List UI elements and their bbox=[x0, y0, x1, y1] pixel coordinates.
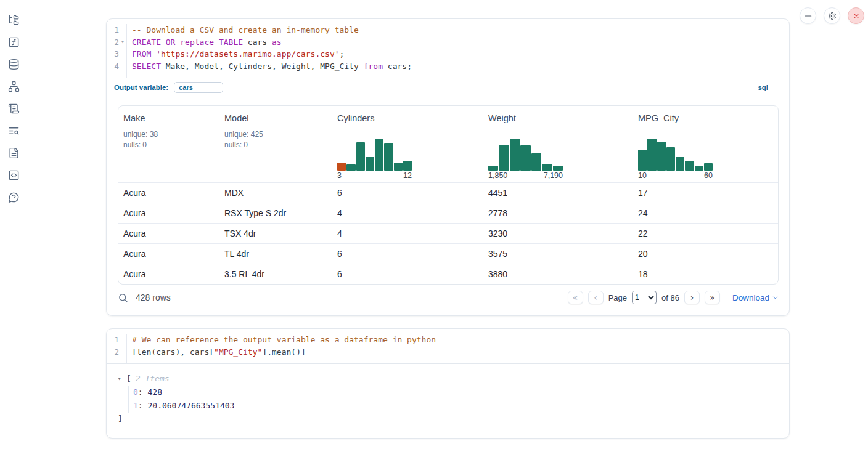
file-tree-icon[interactable] bbox=[6, 12, 21, 27]
table-row: AcuraMDX6445117 bbox=[118, 182, 778, 203]
help-bubble-icon[interactable] bbox=[6, 190, 21, 204]
next-page-button[interactable]: › bbox=[684, 291, 700, 304]
histogram-bar bbox=[695, 166, 703, 171]
table-cell: 3575 bbox=[483, 244, 633, 264]
column-header-weight[interactable]: Weight1,8507,190 bbox=[483, 106, 633, 182]
menu-button[interactable] bbox=[800, 7, 816, 24]
table-cell: TSX 4dr bbox=[219, 224, 332, 243]
collapse-chevron-icon[interactable]: ▾ bbox=[118, 376, 126, 382]
table-cell: 4 bbox=[332, 203, 483, 223]
database-icon[interactable] bbox=[6, 57, 21, 71]
column-stats: unique: 425nulls: 0 bbox=[224, 129, 332, 150]
histogram-bars bbox=[337, 137, 412, 171]
table-cell: MDX bbox=[219, 183, 332, 203]
list-search-icon[interactable] bbox=[6, 123, 21, 138]
column-header-cylinders[interactable]: Cylinders312 bbox=[332, 106, 483, 182]
table-header-row: Makeunique: 38nulls: 0Modelunique: 425nu… bbox=[118, 106, 778, 182]
table-footer: 428 rows « ‹ Page 1 of 86 › » Download bbox=[107, 285, 789, 304]
shutdown-button[interactable] bbox=[848, 7, 864, 24]
histogram-max-label: 7,190 bbox=[544, 171, 563, 180]
histogram-bar bbox=[666, 147, 675, 171]
column-header-model[interactable]: Modelunique: 425nulls: 0 bbox=[219, 106, 332, 182]
table-row: AcuraRSX Type S 2dr4277824 bbox=[118, 203, 778, 223]
line-number: 4 bbox=[107, 60, 126, 73]
column-histogram: 1060 bbox=[638, 137, 713, 180]
line-number: 2▾ bbox=[107, 36, 126, 49]
table-cell: TL 4dr bbox=[219, 244, 332, 264]
histogram-bar bbox=[647, 139, 656, 171]
histogram-min-label: 3 bbox=[337, 171, 342, 180]
line-number-text: 1 bbox=[107, 24, 119, 36]
prev-page-button[interactable]: ‹ bbox=[588, 291, 604, 304]
window-controls bbox=[800, 7, 864, 24]
column-stat-line: nulls: 0 bbox=[224, 140, 332, 150]
line-number-text: 1 bbox=[107, 334, 119, 346]
settings-button[interactable] bbox=[824, 7, 840, 24]
output-variable-input[interactable] bbox=[174, 82, 223, 93]
column-header-mpg_city[interactable]: MPG_City1060 bbox=[633, 106, 778, 182]
histogram-bar bbox=[384, 143, 393, 171]
language-tag: sql bbox=[758, 84, 768, 91]
code-token bbox=[214, 38, 219, 47]
item-index: 1 bbox=[133, 401, 138, 410]
dependency-graph-icon[interactable] bbox=[6, 79, 21, 94]
column-name: Weight bbox=[488, 113, 633, 123]
histogram-bar bbox=[337, 163, 346, 171]
table-cell: 3880 bbox=[483, 264, 633, 284]
code-token: # We can reference the output variable a… bbox=[132, 335, 436, 344]
table-cell: 4451 bbox=[483, 183, 633, 203]
histogram-bar bbox=[638, 150, 647, 171]
python-cell: 12 # We can reference the output variabl… bbox=[106, 328, 790, 439]
histogram-bar bbox=[510, 139, 520, 171]
last-page-button[interactable]: » bbox=[705, 291, 720, 304]
sql-code-lines[interactable]: -- Download a CSV and create an in-memor… bbox=[127, 24, 789, 78]
fold-chevron-icon[interactable]: ▾ bbox=[119, 36, 126, 49]
column-name: Cylinders bbox=[337, 113, 483, 123]
row-count: 428 rows bbox=[136, 293, 171, 302]
item-index: 0 bbox=[133, 387, 138, 397]
code-token: OR bbox=[166, 38, 176, 47]
table-cell: 24 bbox=[633, 203, 778, 223]
table-cell: 4 bbox=[332, 224, 483, 243]
python-code-editor[interactable]: 12 # We can reference the output variabl… bbox=[107, 329, 789, 364]
scroll-icon[interactable] bbox=[6, 101, 21, 116]
table-body: AcuraMDX6445117AcuraRSX Type S 2dr427782… bbox=[118, 182, 778, 284]
code-token: SELECT bbox=[132, 62, 161, 71]
code-token bbox=[161, 38, 166, 47]
histogram-bar bbox=[553, 166, 563, 171]
sql-code-editor[interactable]: 12▾34 -- Download a CSV and create an in… bbox=[107, 19, 789, 78]
table-output: Makeunique: 38nulls: 0Modelunique: 425nu… bbox=[107, 97, 789, 285]
code-line: # We can reference the output variable a… bbox=[132, 334, 789, 346]
column-stats: unique: 38nulls: 0 bbox=[123, 129, 219, 150]
line-number: 2 bbox=[107, 346, 126, 358]
code-token: TABLE bbox=[219, 38, 243, 47]
function-square-icon[interactable] bbox=[6, 34, 21, 49]
code-snippet-icon[interactable] bbox=[6, 168, 21, 182]
table-cell: Acura bbox=[118, 183, 219, 203]
line-number-gutter: 12 bbox=[107, 334, 127, 363]
code-line: [len(cars), cars["MPG_City"].mean()] bbox=[132, 346, 789, 358]
column-header-make[interactable]: Makeunique: 38nulls: 0 bbox=[118, 106, 219, 182]
code-token: ].mean()] bbox=[262, 347, 305, 357]
table-cell: 2778 bbox=[483, 203, 633, 223]
code-token: "MPG_City" bbox=[214, 347, 262, 357]
close-icon bbox=[852, 12, 861, 20]
histogram-bar bbox=[346, 164, 355, 171]
page-total: of 86 bbox=[661, 293, 679, 302]
document-icon[interactable] bbox=[6, 145, 21, 160]
table-cell: 3.5 RL 4dr bbox=[219, 264, 332, 284]
line-number: 1 bbox=[107, 334, 126, 346]
search-button[interactable] bbox=[118, 293, 128, 303]
list-item: 0: 428 bbox=[133, 386, 789, 399]
table-row: Acura3.5 RL 4dr6388018 bbox=[118, 264, 778, 284]
histogram-bar bbox=[531, 153, 541, 171]
python-code-lines[interactable]: # We can reference the output variable a… bbox=[127, 334, 789, 363]
download-button[interactable]: Download bbox=[732, 293, 779, 302]
page-select[interactable]: 1 bbox=[632, 291, 657, 304]
table-cell: Acura bbox=[118, 224, 219, 243]
item-separator: : bbox=[138, 387, 148, 397]
first-page-button[interactable]: « bbox=[568, 291, 583, 304]
code-token: cars; bbox=[383, 62, 412, 71]
pagination: « ‹ Page 1 of 86 › » Download bbox=[568, 291, 779, 304]
table-cell: RSX Type S 2dr bbox=[219, 203, 332, 223]
